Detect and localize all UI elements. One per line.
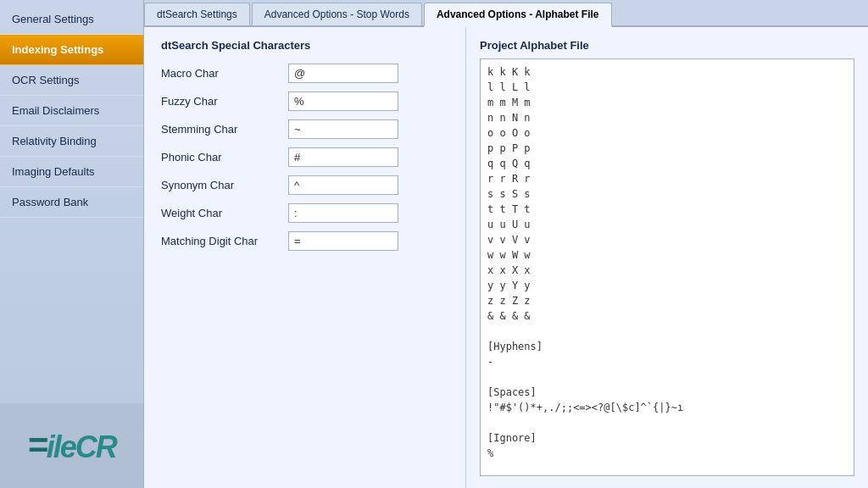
sidebar-item-password-bank[interactable]: Password Bank [0, 187, 143, 218]
content-area: dtSearch Special Characters Macro CharFu… [144, 27, 868, 488]
field-row-stemming-char: Stemming Char [161, 119, 448, 139]
logo-text: =ileCR [27, 425, 116, 466]
field-input-phonic-char[interactable] [288, 147, 398, 167]
field-label-stemming-char: Stemming Char [161, 123, 288, 136]
field-input-synonym-char[interactable] [288, 175, 398, 195]
field-input-matching-digit-char[interactable] [288, 231, 398, 251]
main-content: dtSearch SettingsAdvanced Options - Stop… [144, 0, 868, 488]
field-input-macro-char[interactable] [288, 64, 398, 83]
field-label-macro-char: Macro Char [161, 67, 288, 80]
right-panel: Project Alphabet File k k K k l l L l m … [466, 27, 868, 488]
field-row-phonic-char: Phonic Char [161, 147, 448, 167]
sidebar-logo: =ileCR [0, 403, 143, 488]
field-row-weight-char: Weight Char [161, 203, 448, 223]
tab-dtsearch-settings[interactable]: dtSearch Settings [144, 3, 250, 25]
sidebar-item-imaging-defaults[interactable]: Imaging Defaults [0, 157, 143, 187]
field-row-matching-digit-char: Matching Digit Char [161, 231, 448, 251]
sidebar: General SettingsIndexing SettingsOCR Set… [0, 0, 144, 488]
alphabet-content[interactable]: k k K k l l L l m m M m n n N n o o O o … [480, 58, 854, 476]
field-label-fuzzy-char: Fuzzy Char [161, 95, 288, 108]
field-row-synonym-char: Synonym Char [161, 175, 448, 195]
field-input-weight-char[interactable] [288, 203, 398, 223]
alphabet-title: Project Alphabet File [480, 39, 854, 52]
field-row-macro-char: Macro Char [161, 64, 448, 83]
field-input-fuzzy-char[interactable] [288, 92, 398, 111]
sidebar-item-general-settings[interactable]: General Settings [0, 4, 143, 35]
sidebar-item-relativity-binding[interactable]: Relativity Binding [0, 126, 143, 157]
tab-advanced-stop-words[interactable]: Advanced Options - Stop Words [252, 3, 422, 25]
tab-bar: dtSearch SettingsAdvanced Options - Stop… [144, 0, 868, 27]
left-panel: dtSearch Special Characters Macro CharFu… [144, 27, 466, 488]
fields-container: Macro CharFuzzy CharStemming CharPhonic … [161, 64, 448, 251]
field-label-weight-char: Weight Char [161, 207, 288, 219]
tab-advanced-alphabet[interactable]: Advanced Options - Alphabet File [424, 3, 612, 27]
sidebar-item-indexing-settings[interactable]: Indexing Settings [0, 35, 143, 65]
field-label-phonic-char: Phonic Char [161, 151, 288, 164]
sidebar-item-ocr-settings[interactable]: OCR Settings [0, 65, 143, 96]
field-row-fuzzy-char: Fuzzy Char [161, 92, 448, 111]
field-label-synonym-char: Synonym Char [161, 179, 288, 191]
sidebar-item-email-disclaimers[interactable]: Email Disclaimers [0, 96, 143, 126]
field-input-stemming-char[interactable] [288, 119, 398, 139]
special-chars-title: dtSearch Special Characters [161, 39, 448, 52]
field-label-matching-digit-char: Matching Digit Char [161, 235, 288, 247]
